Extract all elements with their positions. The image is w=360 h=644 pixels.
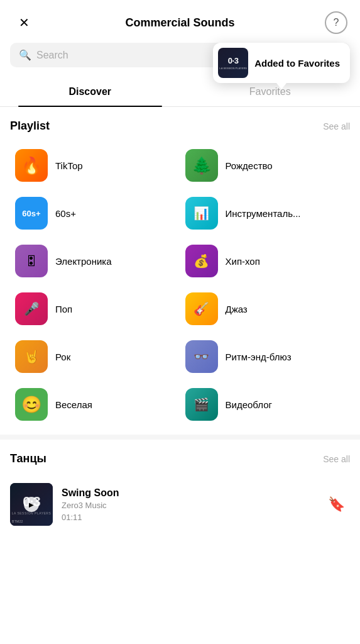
hip-icon: 💰 xyxy=(185,245,218,277)
list-item[interactable]: 😊 Веселая xyxy=(10,382,180,427)
playlist-item-name: Хип-хоп xyxy=(226,256,260,267)
list-item[interactable]: 🎬 Видеоблог xyxy=(180,382,351,427)
toast-message: Added to Favorites xyxy=(254,58,340,69)
playlist-item-name: Рок xyxy=(55,352,70,362)
toast-thumb-brand: LA SESSION PLAYERS xyxy=(219,67,247,70)
list-item[interactable]: 🎛 Электроника xyxy=(10,238,180,284)
list-item[interactable]: 👓 Ритм-энд-блюз xyxy=(180,334,351,379)
track-duration: 01:11 xyxy=(62,513,314,522)
playlist-header: Playlist See all xyxy=(10,119,350,133)
list-item[interactable]: 🎤 Поп xyxy=(10,286,180,331)
vesel-icon: 😊 xyxy=(15,388,48,421)
play-button[interactable]: ▶ xyxy=(24,497,39,512)
search-placeholder: Search xyxy=(36,50,68,61)
track-thumbnail: 0·3 LA Session Players ▶ BTM22 xyxy=(10,483,53,526)
track-title: Swing Soon xyxy=(62,487,314,499)
list-item[interactable]: 💰 Хип-хоп xyxy=(180,238,351,284)
track-thumb-label: BTM22 xyxy=(12,519,23,523)
playlist-item-name: Видеоблог xyxy=(226,399,272,410)
list-item[interactable]: 60s+ 60s+ xyxy=(10,191,180,236)
instr-icon: 📊 xyxy=(185,197,218,230)
playlist-item-name: 60s+ xyxy=(55,208,76,219)
track-info: Swing Soon Zero3 Music 01:11 xyxy=(62,487,314,522)
list-item[interactable]: 🔥 TikTop xyxy=(10,143,180,188)
page-title: Commercial Sounds xyxy=(125,16,234,30)
list-item[interactable]: 🎸 Джаз xyxy=(180,286,351,331)
search-row: 🔍 Search 0·3 LA SESSION PLAYERS Added to… xyxy=(0,43,360,75)
ritm-icon: 👓 xyxy=(185,340,218,373)
close-button[interactable]: ✕ xyxy=(13,11,35,34)
rok-icon: 🤘 xyxy=(15,340,48,373)
playlist-item-name: Джаз xyxy=(226,304,248,314)
header: ✕ Commercial Sounds ? xyxy=(0,0,360,43)
added-to-favorites-toast: 0·3 LA SESSION PLAYERS Added to Favorite… xyxy=(213,43,350,83)
rozhd-icon: 🌲 xyxy=(185,149,218,182)
tancy-see-all[interactable]: See all xyxy=(323,454,350,464)
tancy-title: Танцы xyxy=(10,452,46,465)
playlist-section: Playlist See all 🔥 TikTop 🌲 Рождество 60… xyxy=(0,107,360,427)
60s-icon: 60s+ xyxy=(15,197,48,230)
bookmark-button[interactable]: 🔖 xyxy=(323,491,350,518)
tancy-section: Танцы See all 0·3 LA Session Players ▶ B… xyxy=(0,440,360,533)
playlist-grid: 🔥 TikTop 🌲 Рождество 60s+ 60s+ 📊 Инструм… xyxy=(10,143,350,427)
electro-icon: 🎛 xyxy=(15,245,48,277)
list-item[interactable]: 🌲 Рождество xyxy=(180,143,351,188)
toast-thumb-num: 0·3 xyxy=(228,56,239,65)
playlist-item-name: Электроника xyxy=(55,256,112,267)
pop-icon: 🎤 xyxy=(15,292,48,325)
tancy-header: Танцы See all xyxy=(10,452,350,465)
playlist-see-all[interactable]: See all xyxy=(323,121,350,131)
help-button[interactable]: ? xyxy=(325,11,347,34)
list-item[interactable]: 🤘 Рок xyxy=(10,334,180,379)
list-item[interactable]: 📊 Инструменталь... xyxy=(180,191,351,236)
tab-discover[interactable]: Discover xyxy=(0,77,180,106)
jazz-icon: 🎸 xyxy=(185,292,218,325)
toast-thumbnail: 0·3 LA SESSION PLAYERS xyxy=(218,48,248,78)
playlist-item-name: Веселая xyxy=(55,399,92,410)
playlist-item-name: Поп xyxy=(55,304,72,314)
section-divider xyxy=(0,435,360,440)
track-item[interactable]: 0·3 LA Session Players ▶ BTM22 Swing Soo… xyxy=(10,475,350,533)
track-artist: Zero3 Music xyxy=(62,501,314,510)
search-icon: 🔍 xyxy=(19,49,31,61)
tiktop-icon: 🔥 xyxy=(15,149,48,182)
playlist-title: Playlist xyxy=(10,119,50,133)
playlist-item-name: Рождество xyxy=(226,160,273,171)
playlist-item-name: TikTop xyxy=(55,160,83,171)
playlist-item-name: Ритм-энд-блюз xyxy=(226,352,292,362)
video-icon: 🎬 xyxy=(185,388,218,421)
playlist-item-name: Инструменталь... xyxy=(226,208,301,219)
